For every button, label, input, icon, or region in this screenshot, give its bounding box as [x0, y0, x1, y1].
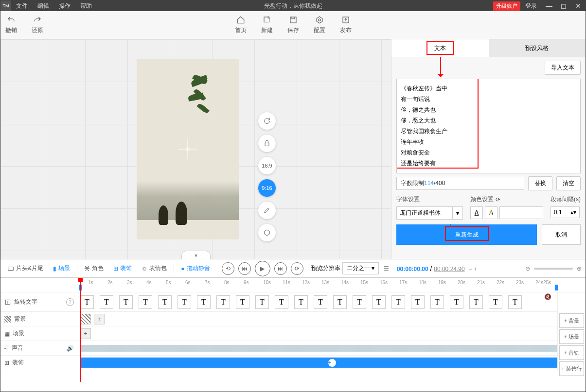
- text-clip[interactable]: T: [178, 295, 191, 309]
- text-clip[interactable]: T: [236, 295, 249, 309]
- close-icon[interactable]: ✕: [571, 2, 586, 10]
- add-bg-track-button[interactable]: + 背景: [559, 313, 584, 328]
- loop-button[interactable]: ⟲: [222, 262, 234, 275]
- volume-icon[interactable]: 🔊: [67, 345, 74, 352]
- font-select[interactable]: 庞门正道粗书体: [396, 206, 452, 220]
- play-button[interactable]: ▶: [255, 261, 270, 276]
- reset-button[interactable]: ⟳: [291, 262, 303, 275]
- undo-button[interactable]: 撤销: [5, 16, 17, 34]
- tab-scene[interactable]: ▮场景: [50, 262, 73, 274]
- text-clip[interactable]: T: [314, 295, 327, 309]
- menu-file[interactable]: 文件: [11, 0, 33, 11]
- menu-action[interactable]: 操作: [54, 0, 75, 11]
- add-scene-clip[interactable]: +: [80, 328, 91, 339]
- text-clip[interactable]: T: [489, 295, 502, 309]
- tab-decoration[interactable]: ⊞装饰: [110, 262, 135, 274]
- track-label-scene[interactable]: ▦场景: [0, 326, 78, 341]
- canvas-area[interactable]: 16:9 9:16 ▾: [0, 39, 391, 259]
- new-button[interactable]: 新建: [261, 16, 273, 34]
- decoration-clip[interactable]: +: [80, 358, 584, 368]
- color-preview[interactable]: [499, 206, 543, 219]
- text-clip[interactable]: T: [119, 295, 133, 309]
- regenerate-button[interactable]: 重新生成: [396, 224, 537, 245]
- audio-waveform[interactable]: [80, 345, 584, 352]
- text-clip[interactable]: T: [333, 295, 347, 309]
- menu-edit[interactable]: 编辑: [33, 0, 54, 11]
- edit-button[interactable]: [258, 202, 276, 219]
- config-button[interactable]: 配置: [314, 16, 325, 34]
- text-color-multi-button[interactable]: A: [485, 206, 497, 219]
- next-button[interactable]: ⏭: [274, 262, 287, 275]
- menu-help[interactable]: 帮助: [75, 0, 97, 11]
- font-dropdown-button[interactable]: ▾: [452, 206, 463, 220]
- lock-button[interactable]: [258, 135, 276, 152]
- clear-button[interactable]: 清空: [556, 176, 581, 190]
- home-button[interactable]: 首页: [235, 16, 247, 34]
- settings-button[interactable]: [258, 224, 276, 241]
- text-track[interactable]: 🔇 TTTTTTTTTTTTTTTTTTTTTTT: [78, 292, 586, 312]
- drawer-toggle[interactable]: ▾: [181, 251, 211, 259]
- text-clip[interactable]: T: [275, 295, 288, 309]
- upgrade-button[interactable]: 升级账户: [493, 1, 520, 11]
- cancel-button[interactable]: 取消: [542, 224, 581, 245]
- text-clip[interactable]: T: [197, 295, 211, 309]
- gap-spinner[interactable]: 0.1▴▾: [550, 206, 580, 218]
- deco-track[interactable]: +: [78, 356, 586, 370]
- add-scene-track-button[interactable]: + 场景: [559, 329, 584, 344]
- resolution-select[interactable]: 二分之一 ▾: [342, 262, 379, 274]
- ratio-9-16-button[interactable]: 9:16: [258, 179, 276, 197]
- zoom-out-icon[interactable]: ⊖: [525, 265, 530, 272]
- track-label-bg[interactable]: 背景: [0, 312, 78, 326]
- end-marker[interactable]: [555, 285, 558, 290]
- text-clip[interactable]: T: [469, 295, 483, 309]
- tab-preset-style[interactable]: 预设风格: [489, 39, 586, 57]
- help-icon[interactable]: ?: [66, 298, 74, 306]
- save-button[interactable]: 保存: [287, 16, 299, 34]
- zoom-slider[interactable]: [534, 268, 573, 270]
- text-clip[interactable]: T: [391, 295, 405, 309]
- text-content-box[interactable]: 《春秋左传》当中 有一句话说 俭，德之共也 侈，恶之大也 尽管我国粮食生产 连年…: [396, 79, 581, 173]
- sound-track[interactable]: [78, 341, 586, 356]
- tab-role[interactable]: 웃角色: [81, 262, 107, 274]
- login-button[interactable]: 登录: [520, 2, 542, 10]
- text-clip[interactable]: T: [158, 295, 172, 309]
- ratio-16-9-button[interactable]: 16:9: [258, 157, 276, 174]
- text-color-button[interactable]: A: [470, 206, 483, 219]
- timeline-tracks[interactable]: 1s2s3s4s5s6s7s8s9s10s11s12s13s14s15s16s1…: [78, 278, 586, 382]
- text-clip[interactable]: T: [372, 295, 386, 309]
- add-audio-track-button[interactable]: + 音轨: [559, 345, 584, 360]
- publish-button[interactable]: 发布: [340, 16, 352, 34]
- add-bg-clip[interactable]: +: [94, 314, 105, 324]
- track-label-text[interactable]: 旋转文字?: [0, 292, 78, 312]
- add-deco-track-button[interactable]: + 装饰行: [559, 361, 584, 376]
- playhead[interactable]: [80, 278, 81, 382]
- import-text-button[interactable]: 导入文本: [545, 61, 581, 75]
- replace-button[interactable]: 替换: [528, 176, 552, 190]
- text-clip[interactable]: T: [139, 295, 152, 309]
- tab-text[interactable]: 文本: [391, 39, 489, 57]
- text-clip[interactable]: T: [450, 295, 463, 309]
- text-clip[interactable]: T: [430, 295, 444, 309]
- maximize-icon[interactable]: ◻: [556, 2, 571, 10]
- minimize-icon[interactable]: —: [542, 2, 556, 10]
- prev-button[interactable]: ⏮: [238, 262, 251, 275]
- refresh-color-icon[interactable]: ⟳: [496, 196, 500, 203]
- redo-button[interactable]: 还原: [32, 16, 43, 34]
- tab-emoji[interactable]: ☺表情包: [139, 262, 170, 274]
- canvas-preview[interactable]: [137, 59, 239, 239]
- scene-track[interactable]: +: [78, 326, 586, 341]
- timeline-ruler[interactable]: 1s2s3s4s5s6s7s8s9s10s11s12s13s14s15s16s1…: [78, 278, 586, 292]
- text-clip[interactable]: T: [255, 295, 269, 309]
- drag-mute-toggle[interactable]: ●拖动静音: [178, 262, 213, 274]
- text-clip[interactable]: T: [353, 295, 366, 309]
- text-clip[interactable]: T: [216, 295, 230, 309]
- bg-clip[interactable]: [80, 314, 91, 324]
- text-clip[interactable]: T: [294, 295, 308, 309]
- layers-icon[interactable]: ☰: [384, 265, 389, 272]
- text-clip[interactable]: T: [508, 295, 522, 309]
- track-label-deco[interactable]: ⊞装饰: [0, 356, 78, 370]
- zoom-in-icon[interactable]: ⊕: [577, 265, 582, 272]
- mute-icon[interactable]: 🔇: [544, 293, 551, 300]
- track-label-sound[interactable]: ╢声音🔊: [0, 341, 78, 356]
- refresh-button[interactable]: [258, 112, 276, 130]
